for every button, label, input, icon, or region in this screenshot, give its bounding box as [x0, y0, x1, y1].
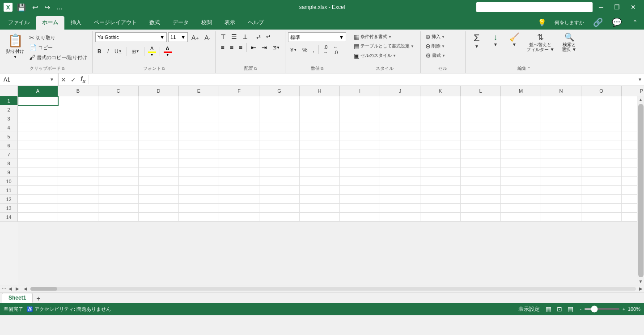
row-header-6[interactable]: 6: [0, 141, 18, 150]
cell-K6[interactable]: [420, 141, 461, 150]
cell-H6[interactable]: [300, 141, 340, 150]
cell-C9[interactable]: [98, 168, 139, 177]
cell-B6[interactable]: [58, 141, 98, 150]
sort-filter-btn[interactable]: ⇅ 並べ替えとフィルター ▼: [525, 32, 556, 53]
cell-style-btn[interactable]: ▣ セルのスタイル ▼: [352, 51, 416, 60]
cell-F8[interactable]: [219, 159, 259, 168]
cell-P9[interactable]: [622, 168, 637, 177]
cell-I14[interactable]: [340, 213, 380, 222]
cell-G5[interactable]: [259, 132, 300, 141]
format-cells-btn[interactable]: ⚙ 書式 ▼: [424, 51, 447, 60]
cell-F14[interactable]: [219, 213, 259, 222]
font-name-selector[interactable]: Yu Gothic ▼: [95, 32, 167, 42]
restore-button[interactable]: ❐: [610, 0, 624, 14]
top-align-btn[interactable]: ⊤: [218, 32, 228, 41]
col-header-D[interactable]: D: [139, 86, 179, 96]
quick-more-btn[interactable]: ...: [55, 2, 64, 12]
cell-N12[interactable]: [541, 195, 581, 204]
cell-F10[interactable]: [219, 177, 259, 186]
cell-L6[interactable]: [461, 141, 501, 150]
sheet-tab-sheet1[interactable]: Sheet1: [2, 293, 33, 303]
cell-E6[interactable]: [179, 141, 219, 150]
cell-G4[interactable]: [259, 123, 300, 132]
cell-N4[interactable]: [541, 123, 581, 132]
cell-G9[interactable]: [259, 168, 300, 177]
increase-decimal-btn[interactable]: .0→: [321, 44, 330, 55]
alignment-expand-btn[interactable]: ⧉: [254, 66, 257, 71]
cell-L9[interactable]: [461, 168, 501, 177]
cell-P8[interactable]: [622, 159, 637, 168]
cell-I8[interactable]: [340, 159, 380, 168]
row-header-10[interactable]: 10: [0, 177, 18, 186]
col-header-M[interactable]: M: [501, 86, 541, 96]
cell-P12[interactable]: [622, 195, 637, 204]
cell-H7[interactable]: [300, 150, 340, 159]
cell-N8[interactable]: [541, 159, 581, 168]
cell-B3[interactable]: [58, 114, 98, 123]
cell-M13[interactable]: [501, 204, 541, 213]
cell-A1[interactable]: [18, 96, 58, 105]
cell-D7[interactable]: [139, 150, 179, 159]
cell-H4[interactable]: [300, 123, 340, 132]
cell-I10[interactable]: [340, 177, 380, 186]
wrap-text-btn[interactable]: ↵: [264, 32, 273, 41]
cell-I5[interactable]: [340, 132, 380, 141]
cell-I2[interactable]: [340, 105, 380, 114]
cell-E1[interactable]: [179, 96, 219, 105]
cell-J2[interactable]: [380, 105, 420, 114]
cell-G7[interactable]: [259, 150, 300, 159]
cell-O14[interactable]: [581, 213, 622, 222]
cell-D12[interactable]: [139, 195, 179, 204]
find-select-btn[interactable]: 🔍 検索と選択 ▼: [558, 32, 580, 53]
cell-B14[interactable]: [58, 213, 98, 222]
scroll-down-btn[interactable]: ▼: [638, 278, 644, 285]
cell-B5[interactable]: [58, 132, 98, 141]
cell-G6[interactable]: [259, 141, 300, 150]
cell-C1[interactable]: [98, 96, 139, 105]
font-expand-btn[interactable]: ⧉: [162, 66, 165, 71]
cell-E5[interactable]: [179, 132, 219, 141]
cell-D9[interactable]: [139, 168, 179, 177]
cell-B10[interactable]: [58, 177, 98, 186]
cell-N9[interactable]: [541, 168, 581, 177]
tab-home[interactable]: ホーム: [36, 16, 64, 30]
cell-M9[interactable]: [501, 168, 541, 177]
search-input[interactable]: [476, 2, 593, 12]
cell-H10[interactable]: [300, 177, 340, 186]
formula-cancel-btn[interactable]: ✕: [59, 76, 68, 83]
col-header-O[interactable]: O: [581, 86, 622, 96]
row-header-4[interactable]: 4: [0, 123, 18, 132]
cell-K1[interactable]: [420, 96, 461, 105]
cell-E4[interactable]: [179, 123, 219, 132]
cell-O6[interactable]: [581, 141, 622, 150]
col-header-G[interactable]: G: [259, 86, 300, 96]
bold-button[interactable]: B: [95, 46, 104, 57]
cell-D5[interactable]: [139, 132, 179, 141]
cell-A9[interactable]: [18, 168, 58, 177]
cell-L10[interactable]: [461, 177, 501, 186]
cell-O10[interactable]: [581, 177, 622, 186]
cell-J9[interactable]: [380, 168, 420, 177]
cell-O11[interactable]: [581, 186, 622, 195]
increase-indent-btn[interactable]: ⇥: [259, 43, 269, 52]
row-header-8[interactable]: 8: [0, 159, 18, 168]
cell-M6[interactable]: [501, 141, 541, 150]
cell-M1[interactable]: [501, 96, 541, 105]
cell-G14[interactable]: [259, 213, 300, 222]
cell-P10[interactable]: [622, 177, 637, 186]
cell-K9[interactable]: [420, 168, 461, 177]
cell-M14[interactable]: [501, 213, 541, 222]
cell-G1[interactable]: [259, 96, 300, 105]
cell-N11[interactable]: [541, 186, 581, 195]
cell-M11[interactable]: [501, 186, 541, 195]
col-header-F[interactable]: F: [219, 86, 259, 96]
cell-P11[interactable]: [622, 186, 637, 195]
underline-button[interactable]: U ▼: [112, 46, 124, 57]
cell-A10[interactable]: [18, 177, 58, 186]
col-header-N[interactable]: N: [541, 86, 581, 96]
scroll-thumb-v[interactable]: [638, 104, 644, 277]
decrease-indent-btn[interactable]: ⇤: [249, 43, 258, 52]
tab-file[interactable]: ファイル: [2, 16, 36, 30]
merge-center-btn[interactable]: ⊡ ▼: [270, 43, 282, 52]
page-break-view-btn[interactable]: ▤: [566, 305, 575, 313]
